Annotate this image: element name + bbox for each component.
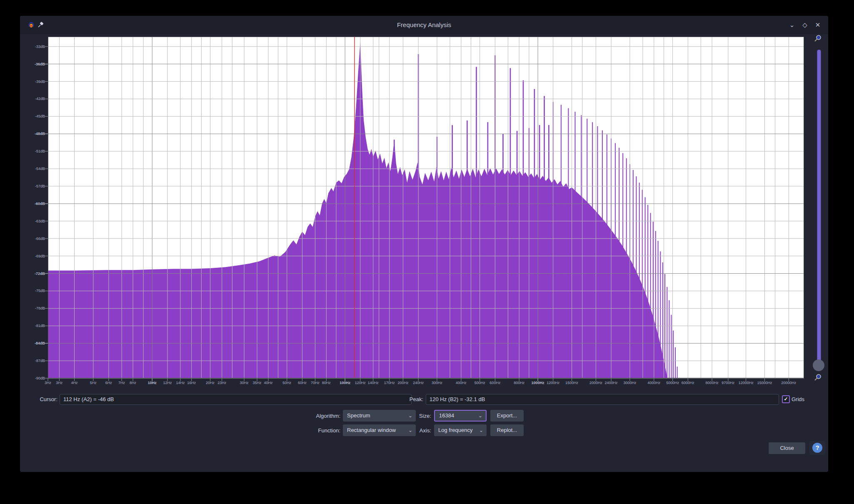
y-tick-label: -33dB (20, 45, 45, 49)
cursor-readout-field: 112 Hz (A2) = -46 dB (60, 394, 412, 405)
y-tick-label: -39dB (20, 80, 45, 84)
x-tick-label: 35Hz (253, 381, 262, 385)
x-tick-label: 9700Hz (722, 381, 734, 385)
x-tick-label: 4000Hz (647, 381, 660, 385)
x-tick-label: 15000Hz (757, 381, 772, 385)
y-tick-label: -36dB (20, 62, 45, 66)
y-tick-label: -57dB (20, 184, 45, 188)
x-tick-label: 7Hz (118, 381, 125, 385)
algorithm-value: Spectrum (347, 412, 370, 419)
y-tick-label: -78dB (20, 306, 45, 310)
window-title: Frequency Analysis (20, 16, 828, 34)
vertical-zoom-slider-track[interactable] (817, 50, 821, 365)
x-tick-label: 80Hz (322, 381, 331, 385)
x-tick-label: 3000Hz (623, 381, 636, 385)
window-controls: ⌄ ◇ ✕ (787, 16, 822, 34)
x-tick-label: 3Hz (56, 381, 62, 385)
x-tick-label: 8Hz (130, 381, 136, 385)
y-tick-label: -54dB (20, 167, 45, 171)
x-tick-label: 16Hz (187, 381, 196, 385)
replot-button[interactable]: Replot... (490, 424, 524, 436)
chevron-down-icon: ⌄ (479, 424, 483, 436)
x-tick-label: 60Hz (298, 381, 307, 385)
y-tick-label: -69dB (20, 254, 45, 258)
axis-dropdown[interactable]: Log frequency ⌄ (434, 424, 487, 436)
x-tick-label: 6Hz (105, 381, 112, 385)
y-tick-label: -63dB (20, 219, 45, 223)
x-tick-label: 70Hz (311, 381, 320, 385)
spectrum-plot-area[interactable] (48, 37, 804, 378)
x-tick-label: 30Hz (240, 381, 249, 385)
maximize-button[interactable]: ◇ (800, 20, 809, 30)
x-tick-label: 12Hz (163, 381, 172, 385)
x-tick-label: 4Hz (71, 381, 77, 385)
titlebar[interactable]: Frequency Analysis ⌄ ◇ ✕ (20, 16, 828, 34)
y-tick-label: -90dB (20, 376, 45, 380)
x-tick-label: 6000Hz (682, 381, 694, 385)
x-tick-label: 20000Hz (781, 381, 796, 385)
vertical-zoom-in-icon[interactable] (814, 34, 822, 42)
x-tick-label: 200Hz (398, 381, 409, 385)
x-tick-label: 300Hz (432, 381, 442, 385)
frequency-analysis-window: Frequency Analysis ⌄ ◇ ✕ -33dB-36dB-39dB… (20, 16, 828, 472)
x-tick-label: 5Hz (90, 381, 97, 385)
x-tick-label: 120Hz (355, 381, 366, 385)
x-tick-label: 40Hz (264, 381, 272, 385)
y-tick-label: -66dB (20, 237, 45, 241)
chevron-down-icon: ⌄ (478, 411, 482, 421)
axis-value: Log frequency (438, 427, 472, 433)
x-tick-label: 2400Hz (605, 381, 618, 385)
x-tick-label: 100Hz (340, 381, 350, 385)
x-tick-label: 600Hz (489, 381, 500, 385)
y-tick-label: -72dB (20, 272, 45, 276)
x-tick-label: 14Hz (176, 381, 185, 385)
close-button[interactable]: Close (769, 442, 805, 454)
x-tick-label: 140Hz (368, 381, 379, 385)
x-tick-label: 400Hz (456, 381, 467, 385)
help-icon: ? (812, 443, 822, 453)
x-tick-label: 10Hz (148, 381, 157, 385)
peak-readout-field: 120 Hz (B2) = -32.1 dB (426, 394, 779, 405)
cursor-label: Cursor: (28, 396, 57, 402)
y-tick-label: -51dB (20, 149, 45, 153)
x-tick-label: 240Hz (413, 381, 424, 385)
x-tick-label: 23Hz (217, 381, 226, 385)
x-tick-label: 1000Hz (532, 381, 544, 385)
y-tick-label: -87dB (20, 359, 45, 363)
minimize-button[interactable]: ⌄ (787, 20, 797, 30)
x-tick-label: 8000Hz (706, 381, 719, 385)
y-tick-label: -45dB (20, 114, 45, 118)
x-tick-label: 1200Hz (547, 381, 559, 385)
grids-checkbox-label: Grids (792, 396, 810, 402)
x-tick-label: 800Hz (514, 381, 524, 385)
y-tick-label: -60dB (20, 202, 45, 206)
axis-label: Axis: (398, 427, 431, 434)
x-tick-label: 2000Hz (589, 381, 602, 385)
size-value: 16384 (439, 412, 454, 419)
spectrum-plot-svg[interactable] (48, 37, 804, 378)
function-value: Rectangular window (347, 427, 396, 433)
y-tick-label: -48dB (20, 132, 45, 136)
help-button[interactable]: ? (809, 441, 825, 455)
desktop-background: Frequency Analysis ⌄ ◇ ✕ -33dB-36dB-39dB… (0, 0, 854, 504)
function-label: Function: (290, 427, 340, 434)
x-tick-label: 500Hz (474, 381, 485, 385)
x-tick-label: 1500Hz (565, 381, 578, 385)
vertical-zoom-slider-thumb[interactable] (813, 359, 824, 371)
y-tick-label: -81dB (20, 324, 45, 328)
x-tick-label: 20Hz (206, 381, 215, 385)
size-dropdown[interactable]: 16384 ⌄ (434, 410, 487, 422)
grids-checkbox[interactable]: ✓ (782, 395, 790, 403)
y-tick-label: -84dB (20, 341, 45, 345)
y-tick-label: -75dB (20, 289, 45, 293)
x-tick-label: 5000Hz (666, 381, 679, 385)
export-button[interactable]: Export... (490, 410, 524, 422)
algorithm-label: Algorithm: (290, 413, 340, 419)
vertical-zoom-out-icon[interactable] (814, 373, 822, 382)
peak-label: Peak: (402, 396, 423, 402)
size-label: Size: (398, 413, 431, 419)
x-tick-label: 50Hz (282, 381, 291, 385)
close-window-button[interactable]: ✕ (813, 20, 822, 30)
x-tick-label: 3Hz (45, 381, 51, 385)
x-tick-label: 170Hz (384, 381, 395, 385)
